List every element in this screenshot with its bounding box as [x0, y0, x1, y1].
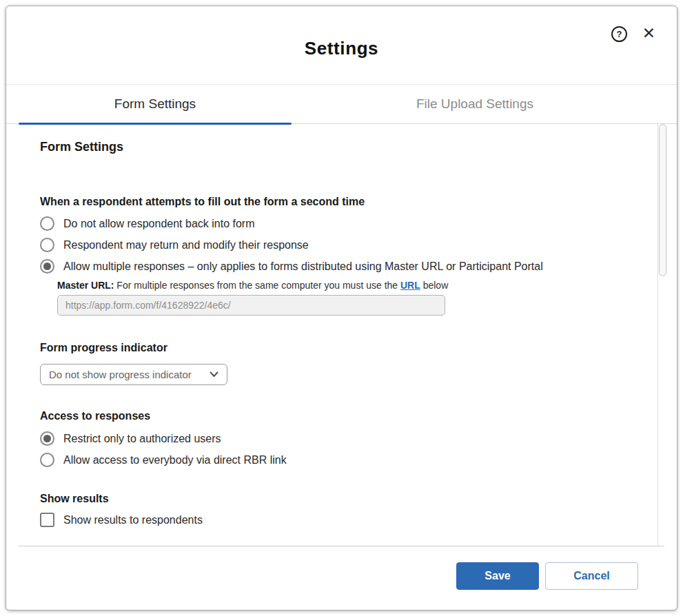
checkbox-show-results[interactable]: Show results to respondents — [40, 513, 203, 527]
form-settings-panel: Form Settings When a respondent attempts… — [6, 124, 677, 546]
tab-bar: Form Settings File Upload Settings — [6, 84, 677, 124]
master-url-note-text: For multiple responses from the same com… — [116, 280, 400, 291]
radio-option-multiple-responses[interactable]: Allow multiple responses – only applies … — [40, 259, 543, 274]
master-url-note-bold: Master URL: — [57, 280, 114, 291]
close-icon[interactable]: ✕ — [642, 25, 655, 41]
tab-label: File Upload Settings — [416, 96, 533, 112]
access-heading: Access to responses — [40, 410, 677, 422]
checkbox-icon[interactable] — [40, 513, 54, 527]
radio-option-allow-everybody[interactable]: Allow access to everybody via direct RBR… — [40, 453, 287, 467]
progress-indicator-select[interactable]: Do not show progress indicator — [40, 364, 227, 385]
cancel-button[interactable]: Cancel — [545, 562, 638, 590]
progress-indicator-heading: Form progress indicator — [40, 342, 677, 354]
tab-file-upload-settings[interactable]: File Upload Settings — [338, 85, 611, 123]
radio-option-no-return[interactable]: Do not allow respondent back into form — [40, 216, 254, 231]
select-value: Do not show progress indicator — [49, 369, 192, 380]
radio-icon[interactable] — [40, 216, 54, 231]
dialog-footer: Save Cancel — [19, 546, 664, 590]
radio-icon[interactable] — [40, 238, 54, 252]
chevron-down-icon — [210, 371, 218, 378]
radio-icon-selected[interactable] — [40, 259, 54, 274]
scrollbar-track[interactable] — [657, 124, 667, 546]
checkbox-label: Show results to respondents — [63, 514, 203, 526]
help-icon[interactable]: ? — [611, 26, 627, 42]
settings-dialog: Settings ? ✕ Form Settings File Upload S… — [6, 6, 677, 610]
master-url-input[interactable] — [57, 295, 445, 316]
radio-label: Restrict only to authorized users — [63, 433, 221, 445]
master-url-note: Master URL: For multiple responses from … — [57, 280, 677, 291]
panel-heading: Form Settings — [40, 140, 677, 154]
radio-label: Allow access to everybody via direct RBR… — [63, 454, 287, 466]
scrollbar-thumb[interactable] — [659, 124, 666, 276]
radio-label: Do not allow respondent back into form — [63, 218, 254, 230]
radio-label: Allow multiple responses – only applies … — [63, 260, 543, 273]
radio-label: Respondent may return and modify their r… — [63, 239, 309, 251]
show-results-heading: Show results — [40, 493, 677, 505]
dialog-header: Settings ? ✕ — [6, 6, 677, 84]
radio-option-return-modify[interactable]: Respondent may return and modify their r… — [40, 238, 309, 252]
radio-icon[interactable] — [40, 453, 54, 467]
page-title: Settings — [6, 6, 677, 59]
second-attempt-heading: When a respondent attempts to fill out t… — [40, 196, 677, 208]
url-link[interactable]: URL — [400, 280, 420, 291]
tab-form-settings[interactable]: Form Settings — [19, 85, 292, 123]
master-url-note-text-after: below — [423, 280, 449, 291]
radio-option-restrict-authorized[interactable]: Restrict only to authorized users — [40, 431, 221, 446]
radio-icon-selected[interactable] — [40, 431, 54, 446]
tab-label: Form Settings — [114, 96, 196, 112]
save-button[interactable]: Save — [456, 562, 539, 590]
